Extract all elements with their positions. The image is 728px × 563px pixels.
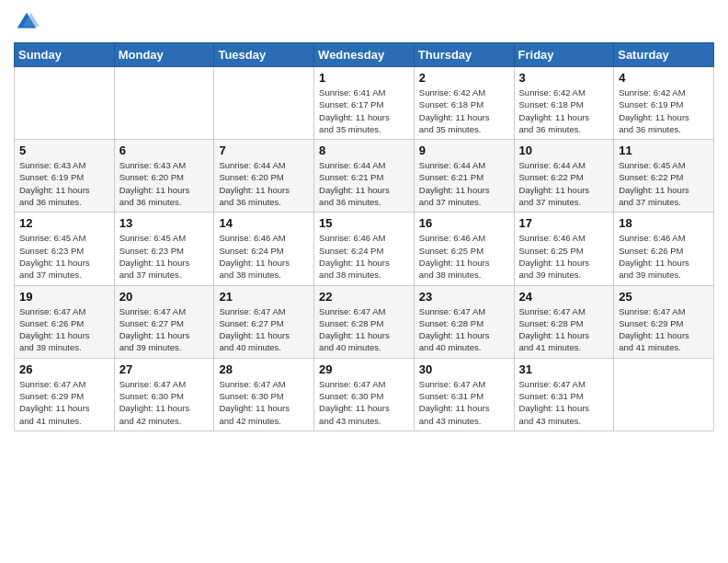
day-number: 30	[419, 362, 509, 376]
calendar-cell: 28Sunrise: 6:47 AM Sunset: 6:30 PM Dayli…	[214, 358, 314, 431]
day-number: 7	[219, 144, 309, 157]
weekday-header-sunday: Sunday	[15, 43, 115, 67]
day-info: Sunrise: 6:43 AM Sunset: 6:20 PM Dayligh…	[119, 159, 210, 208]
day-number: 20	[119, 290, 210, 304]
calendar-table: SundayMondayTuesdayWednesdayThursdayFrid…	[14, 42, 714, 431]
day-info: Sunrise: 6:46 AM Sunset: 6:25 PM Dayligh…	[519, 232, 609, 281]
day-info: Sunrise: 6:47 AM Sunset: 6:26 PM Dayligh…	[19, 305, 109, 354]
day-info: Sunrise: 6:44 AM Sunset: 6:20 PM Dayligh…	[219, 159, 309, 208]
calendar-cell: 23Sunrise: 6:47 AM Sunset: 6:28 PM Dayli…	[414, 285, 514, 358]
week-row-4: 26Sunrise: 6:47 AM Sunset: 6:29 PM Dayli…	[15, 358, 714, 431]
day-info: Sunrise: 6:43 AM Sunset: 6:19 PM Dayligh…	[19, 159, 109, 208]
day-info: Sunrise: 6:41 AM Sunset: 6:17 PM Dayligh…	[319, 86, 409, 135]
calendar-cell: 22Sunrise: 6:47 AM Sunset: 6:28 PM Dayli…	[314, 285, 415, 358]
calendar-cell: 9Sunrise: 6:44 AM Sunset: 6:21 PM Daylig…	[414, 140, 514, 213]
day-number: 21	[219, 290, 309, 304]
day-info: Sunrise: 6:42 AM Sunset: 6:19 PM Dayligh…	[619, 86, 709, 135]
day-info: Sunrise: 6:44 AM Sunset: 6:21 PM Dayligh…	[419, 159, 509, 208]
day-number: 16	[419, 216, 509, 230]
day-info: Sunrise: 6:44 AM Sunset: 6:21 PM Dayligh…	[319, 159, 409, 208]
day-info: Sunrise: 6:47 AM Sunset: 6:31 PM Dayligh…	[519, 378, 609, 427]
calendar-cell: 24Sunrise: 6:47 AM Sunset: 6:28 PM Dayli…	[514, 285, 614, 358]
day-number: 4	[619, 71, 709, 85]
day-number: 8	[319, 144, 409, 157]
day-number: 17	[519, 216, 609, 230]
day-number: 29	[319, 362, 409, 376]
calendar-cell: 3Sunrise: 6:42 AM Sunset: 6:18 PM Daylig…	[514, 67, 614, 140]
calendar-cell: 18Sunrise: 6:46 AM Sunset: 6:26 PM Dayli…	[614, 213, 714, 285]
day-info: Sunrise: 6:47 AM Sunset: 6:27 PM Dayligh…	[119, 305, 210, 354]
day-info: Sunrise: 6:47 AM Sunset: 6:28 PM Dayligh…	[419, 305, 509, 354]
week-row-1: 5Sunrise: 6:43 AM Sunset: 6:19 PM Daylig…	[15, 140, 714, 213]
calendar-cell: 4Sunrise: 6:42 AM Sunset: 6:19 PM Daylig…	[614, 67, 714, 140]
logo-icon	[14, 9, 40, 35]
day-number: 9	[419, 144, 509, 157]
day-number: 19	[19, 290, 109, 304]
week-row-2: 12Sunrise: 6:45 AM Sunset: 6:23 PM Dayli…	[15, 213, 714, 285]
calendar-cell: 16Sunrise: 6:46 AM Sunset: 6:25 PM Dayli…	[414, 213, 514, 285]
day-info: Sunrise: 6:46 AM Sunset: 6:24 PM Dayligh…	[219, 232, 309, 281]
week-row-0: 1Sunrise: 6:41 AM Sunset: 6:17 PM Daylig…	[15, 67, 714, 140]
calendar-cell: 5Sunrise: 6:43 AM Sunset: 6:19 PM Daylig…	[15, 140, 115, 213]
logo	[14, 9, 43, 35]
calendar-cell: 19Sunrise: 6:47 AM Sunset: 6:26 PM Dayli…	[15, 285, 115, 358]
day-number: 23	[419, 290, 509, 304]
calendar-cell: 7Sunrise: 6:44 AM Sunset: 6:20 PM Daylig…	[214, 140, 314, 213]
weekday-header-wednesday: Wednesday	[314, 43, 415, 67]
day-info: Sunrise: 6:47 AM Sunset: 6:27 PM Dayligh…	[219, 305, 309, 354]
calendar-cell: 2Sunrise: 6:42 AM Sunset: 6:18 PM Daylig…	[414, 67, 514, 140]
day-info: Sunrise: 6:44 AM Sunset: 6:22 PM Dayligh…	[519, 159, 609, 208]
day-number: 14	[219, 216, 309, 230]
calendar-cell: 11Sunrise: 6:45 AM Sunset: 6:22 PM Dayli…	[614, 140, 714, 213]
calendar-cell: 29Sunrise: 6:47 AM Sunset: 6:30 PM Dayli…	[314, 358, 415, 431]
day-info: Sunrise: 6:46 AM Sunset: 6:25 PM Dayligh…	[419, 232, 509, 281]
header	[14, 9, 714, 35]
day-info: Sunrise: 6:47 AM Sunset: 6:31 PM Dayligh…	[419, 378, 509, 427]
weekday-header-saturday: Saturday	[614, 43, 714, 67]
day-number: 5	[19, 144, 109, 157]
calendar-cell	[114, 67, 214, 140]
calendar-cell: 21Sunrise: 6:47 AM Sunset: 6:27 PM Dayli…	[214, 285, 314, 358]
calendar-cell: 27Sunrise: 6:47 AM Sunset: 6:30 PM Dayli…	[114, 358, 214, 431]
calendar-cell	[15, 67, 115, 140]
day-info: Sunrise: 6:47 AM Sunset: 6:28 PM Dayligh…	[519, 305, 609, 354]
calendar-cell: 31Sunrise: 6:47 AM Sunset: 6:31 PM Dayli…	[514, 358, 614, 431]
calendar-cell: 26Sunrise: 6:47 AM Sunset: 6:29 PM Dayli…	[15, 358, 115, 431]
day-number: 11	[619, 144, 709, 157]
week-row-3: 19Sunrise: 6:47 AM Sunset: 6:26 PM Dayli…	[15, 285, 714, 358]
calendar-cell: 1Sunrise: 6:41 AM Sunset: 6:17 PM Daylig…	[314, 67, 415, 140]
day-info: Sunrise: 6:46 AM Sunset: 6:26 PM Dayligh…	[619, 232, 709, 281]
calendar-cell: 10Sunrise: 6:44 AM Sunset: 6:22 PM Dayli…	[514, 140, 614, 213]
weekday-header-thursday: Thursday	[414, 43, 514, 67]
day-number: 27	[119, 362, 210, 376]
day-number: 2	[419, 71, 509, 85]
weekday-header-friday: Friday	[514, 43, 614, 67]
day-info: Sunrise: 6:47 AM Sunset: 6:30 PM Dayligh…	[119, 378, 210, 427]
weekday-header-row: SundayMondayTuesdayWednesdayThursdayFrid…	[15, 43, 714, 67]
day-info: Sunrise: 6:47 AM Sunset: 6:30 PM Dayligh…	[219, 378, 309, 427]
day-number: 6	[119, 144, 210, 157]
day-number: 10	[519, 144, 609, 157]
day-number: 18	[619, 216, 709, 230]
day-info: Sunrise: 6:47 AM Sunset: 6:28 PM Dayligh…	[319, 305, 409, 354]
day-info: Sunrise: 6:47 AM Sunset: 6:30 PM Dayligh…	[319, 378, 409, 427]
calendar-cell: 8Sunrise: 6:44 AM Sunset: 6:21 PM Daylig…	[314, 140, 415, 213]
day-number: 31	[519, 362, 609, 376]
calendar-cell: 6Sunrise: 6:43 AM Sunset: 6:20 PM Daylig…	[114, 140, 214, 213]
calendar-cell: 20Sunrise: 6:47 AM Sunset: 6:27 PM Dayli…	[114, 285, 214, 358]
day-number: 15	[319, 216, 409, 230]
day-number: 28	[219, 362, 309, 376]
calendar-cell: 25Sunrise: 6:47 AM Sunset: 6:29 PM Dayli…	[614, 285, 714, 358]
day-info: Sunrise: 6:46 AM Sunset: 6:24 PM Dayligh…	[319, 232, 409, 281]
day-info: Sunrise: 6:47 AM Sunset: 6:29 PM Dayligh…	[19, 378, 109, 427]
weekday-header-tuesday: Tuesday	[214, 43, 314, 67]
weekday-header-monday: Monday	[114, 43, 214, 67]
calendar-cell: 15Sunrise: 6:46 AM Sunset: 6:24 PM Dayli…	[314, 213, 415, 285]
day-number: 1	[319, 71, 409, 85]
calendar-cell	[614, 358, 714, 431]
day-info: Sunrise: 6:45 AM Sunset: 6:22 PM Dayligh…	[619, 159, 709, 208]
day-number: 13	[119, 216, 210, 230]
day-info: Sunrise: 6:45 AM Sunset: 6:23 PM Dayligh…	[19, 232, 109, 281]
day-number: 25	[619, 290, 709, 304]
day-number: 3	[519, 71, 609, 85]
